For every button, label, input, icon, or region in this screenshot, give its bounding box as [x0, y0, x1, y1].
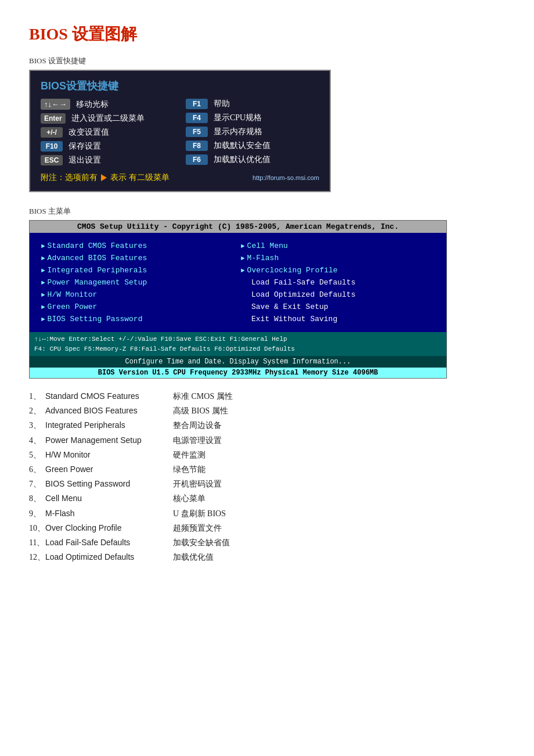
shortcut-col-left: ↑↓←→ 移动光标 Enter 进入设置或二级菜单 +/-/ 改变设置值 F10…	[41, 99, 174, 165]
bios-arrow-icon: ►	[41, 316, 45, 323]
bios-item-label: Standard CMOS Features	[48, 242, 147, 250]
bios-footer-line1: ↑↓↔:Move Enter:Select +/-/:Value F10:Sav…	[34, 334, 442, 344]
key-f8: F8	[186, 141, 208, 151]
bios-footer-line2: F4: CPU Spec F5:Memory-Z F8:Fail-Safe De…	[34, 344, 442, 354]
bios-arrow-icon: ►	[41, 279, 45, 286]
shortcut-desc-failsafe: 加载默认安全值	[214, 141, 270, 151]
shortcut-desc-save: 保存设置	[68, 141, 101, 152]
bios-status-bar: Configure Time and Date. Display System …	[30, 356, 446, 368]
bios-item-label: Green Power	[48, 303, 98, 311]
bios-item[interactable]: ► Cell Menu	[241, 240, 435, 252]
shortcut-row: +/-/ 改变设置值	[41, 127, 174, 138]
shortcut-row: F4 显示CPU规格	[186, 113, 319, 123]
key-f10: F10	[41, 141, 63, 152]
shortcut-row: F5 显示内存规格	[186, 127, 319, 137]
shortcut-row: F8 加载默认安全值	[186, 141, 319, 151]
desc-item: 9、M-FlashU 盘刷新 BIOS	[29, 506, 505, 521]
bios-item-label: M-Flash	[247, 254, 279, 262]
bios-item-label: Save & Exit Setup	[251, 303, 329, 311]
shortcut-desc-optimized: 加载默认优化值	[214, 154, 270, 165]
description-list: 1、Standard CMOS Features标准 CMOS 属性2、Adva…	[29, 389, 505, 564]
bios-item[interactable]: Load Fail-Safe Defaults	[241, 276, 435, 289]
shortcut-row: ESC 退出设置	[41, 155, 174, 165]
shortcut-box-title: BIOS设置快捷键	[41, 79, 319, 93]
key-esc: ESC	[41, 155, 63, 165]
key-arrows: ↑↓←→	[41, 99, 70, 110]
bios-item-label: Power Management Setup	[48, 278, 147, 287]
bios-arrow-icon: ►	[41, 304, 45, 311]
bios-header: CMOS Setup Utility - Copyright (C) 1985-…	[30, 221, 446, 233]
desc-item: 10、Over Clocking Profile超频预置文件	[29, 521, 505, 535]
bios-arrow-icon: ►	[41, 267, 45, 274]
bios-main-menu-box: CMOS Setup Utility - Copyright (C) 1985-…	[29, 220, 447, 379]
section1-label: BIOS 设置快捷键	[29, 56, 505, 66]
desc-item: 12、Load Optimized Defaults加载优化值	[29, 550, 505, 564]
shortcut-desc-enter: 进入设置或二级菜单	[71, 113, 145, 124]
bios-item[interactable]: Load Optimized Defaults	[241, 289, 435, 301]
shortcut-desc-exit: 退出设置	[68, 155, 101, 165]
bios-item[interactable]: ► H/W Monitor	[41, 289, 235, 301]
bios-item[interactable]: ► Integrated Peripherals	[41, 264, 235, 276]
shortcut-row: F6 加载默认优化值	[186, 154, 319, 165]
bios-item-label: Exit Without Saving	[251, 315, 337, 323]
bios-item-label: Integrated Peripherals	[48, 266, 147, 275]
key-f5: F5	[186, 127, 208, 137]
bios-item[interactable]: ► Standard CMOS Features	[41, 240, 235, 252]
key-f6: F6	[186, 154, 208, 165]
bios-item[interactable]: Exit Without Saving	[241, 313, 435, 325]
shortcut-col-right: F1 帮助 F4 显示CPU规格 F5 显示内存规格 F8 加载默认安全值 F6…	[186, 99, 319, 165]
page-title: BIOS 设置图解	[29, 23, 505, 45]
bios-item-label: Overclocking Profile	[247, 266, 338, 275]
key-plusminus: +/-/	[41, 127, 63, 138]
note-text2: 表示 有二级菜单	[110, 172, 169, 183]
shortcut-grid: ↑↓←→ 移动光标 Enter 进入设置或二级菜单 +/-/ 改变设置值 F10…	[41, 99, 319, 165]
bios-version-bar: BIOS Version U1.5 CPU Frequency 2933MHz …	[30, 368, 446, 378]
shortcut-row: F1 帮助	[186, 99, 319, 109]
bios-item[interactable]: ► Advanced BIOS Features	[41, 252, 235, 264]
bios-right-col: ► Cell Menu ► M-Flash ► Overclocking Pro…	[241, 240, 435, 325]
bios-item[interactable]: ► Green Power	[41, 301, 235, 313]
shortcut-desc-move: 移动光标	[76, 99, 109, 110]
bios-item[interactable]: ► M-Flash	[241, 252, 435, 264]
bios-item-label: Cell Menu	[247, 242, 288, 250]
bios-body: ► Standard CMOS Features ► Advanced BIOS…	[30, 233, 446, 332]
bios-item[interactable]: ► BIOS Setting Password	[41, 313, 235, 325]
desc-item: 1、Standard CMOS Features标准 CMOS 属性	[29, 389, 505, 404]
desc-item: 5、H/W Monitor硬件监测	[29, 448, 505, 462]
desc-item: 4、Power Management Setup电源管理设置	[29, 433, 505, 448]
key-f4: F4	[186, 113, 208, 123]
note-text: 附注：选项前有	[41, 172, 98, 183]
bios-item[interactable]: ► Overclocking Profile	[241, 264, 435, 276]
bios-left-col: ► Standard CMOS Features ► Advanced BIOS…	[41, 240, 235, 325]
desc-item: 6、Green Power绿色节能	[29, 462, 505, 477]
bios-item-label: Advanced BIOS Features	[48, 254, 147, 262]
bios-arrow-icon: ►	[241, 243, 245, 250]
bios-footer: ↑↓↔:Move Enter:Select +/-/:Value F10:Sav…	[30, 332, 446, 356]
key-enter: Enter	[41, 113, 66, 124]
desc-item: 3、Integrated Peripherals整合周边设备	[29, 418, 505, 433]
shortcut-desc-mem: 显示内存规格	[214, 127, 262, 137]
bios-arrow-icon: ►	[241, 267, 245, 274]
section2-label: BIOS 主菜单	[29, 206, 505, 217]
shortcut-key-box: BIOS设置快捷键 ↑↓←→ 移动光标 Enter 进入设置或二级菜单 +/-/…	[29, 70, 331, 192]
bios-item[interactable]: Save & Exit Setup	[241, 301, 435, 313]
bios-item[interactable]: ► Power Management Setup	[41, 276, 235, 289]
bios-arrow-icon: ►	[41, 243, 45, 250]
shortcut-row: F10 保存设置	[41, 141, 174, 152]
bios-item-label: Load Fail-Safe Defaults	[251, 278, 355, 287]
shortcut-note: 附注：选项前有 表示 有二级菜单 http://forum-so.msi.com	[41, 172, 319, 183]
desc-item: 11、Load Fail-Safe Defaults加载安全缺省值	[29, 535, 505, 550]
shortcut-row: ↑↓←→ 移动光标	[41, 99, 174, 110]
bios-item-label: BIOS Setting Password	[48, 315, 143, 323]
bios-arrow-icon: ►	[241, 255, 245, 262]
bios-arrow-icon: ►	[41, 291, 45, 298]
desc-item: 8、Cell Menu核心菜单	[29, 491, 505, 506]
desc-item: 2、Advanced BIOS Features高级 BIOS 属性	[29, 404, 505, 418]
submenu-arrow-icon	[101, 174, 107, 181]
key-f1: F1	[186, 99, 208, 109]
shortcut-row: Enter 进入设置或二级菜单	[41, 113, 174, 124]
shortcut-desc-value: 改变设置值	[68, 127, 109, 138]
bios-item-label: Load Optimized Defaults	[251, 290, 355, 299]
shortcut-url: http://forum-so.msi.com	[252, 174, 319, 181]
desc-item: 7、BIOS Setting Password开机密码设置	[29, 477, 505, 491]
